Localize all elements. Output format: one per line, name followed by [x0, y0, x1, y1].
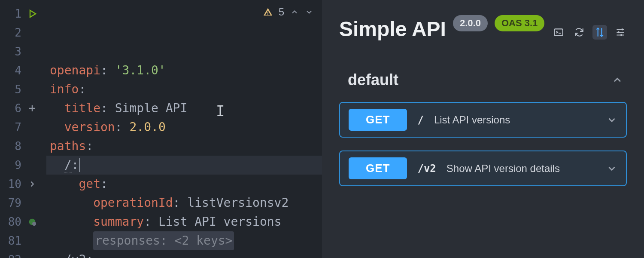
chevron-down-icon[interactable]: [606, 114, 617, 126]
line-number: 4: [0, 64, 21, 77]
code-line[interactable]: version: 2.0.0: [46, 118, 325, 137]
code-line[interactable]: /:: [46, 156, 325, 175]
sync-scroll-icon[interactable]: [592, 25, 607, 40]
svg-point-4: [618, 31, 620, 33]
settings-icon[interactable]: [613, 25, 628, 40]
chevron-down-icon[interactable]: [606, 163, 617, 174]
section-header[interactable]: default: [339, 71, 627, 102]
code-editor[interactable]: 5 1234567891079808182 I openapi: '3.1.0'…: [0, 0, 322, 258]
gutter-row: 79: [0, 194, 46, 212]
version-badge: 2.0.0: [453, 15, 488, 31]
code-line[interactable]: summary: List API versions: [46, 212, 325, 231]
warning-icon[interactable]: [263, 7, 273, 17]
editor-gutter: 1234567891079808182: [0, 0, 46, 258]
line-number: 79: [0, 197, 21, 209]
line-number: 1: [0, 7, 21, 20]
line-number: 2: [0, 26, 21, 39]
operation-row[interactable]: GET/List API versions: [339, 102, 627, 138]
method-badge: GET: [349, 157, 407, 179]
method-badge: GET: [349, 109, 407, 131]
chev-icon[interactable]: [26, 179, 39, 189]
code-line[interactable]: responses: <2 keys>: [46, 231, 325, 250]
operations-section: default GET/List API versionsGET/v2Show …: [339, 71, 627, 186]
svg-rect-2: [554, 29, 563, 35]
line-number: 6: [0, 102, 21, 115]
operation-summary: Show API version details: [447, 163, 596, 175]
svg-point-5: [620, 34, 622, 36]
code-line[interactable]: /v2:: [46, 250, 325, 258]
code-line[interactable]: openapi: '3.1.0': [46, 61, 325, 80]
operation-path: /v2: [417, 163, 436, 175]
svg-point-3: [621, 28, 623, 30]
chevron-up-icon[interactable]: [611, 74, 623, 86]
operation-path: /: [417, 114, 423, 126]
gutter-row: 4: [0, 61, 46, 80]
api-title: Simple API: [339, 17, 446, 41]
gutter-row: 5: [0, 80, 46, 99]
gutter-row: 82: [0, 250, 46, 258]
line-number: 3: [0, 45, 21, 58]
line-number: 5: [0, 83, 21, 96]
code-line[interactable]: paths:: [46, 137, 325, 156]
code-line[interactable]: title: Simple API: [46, 99, 325, 118]
gutter-row: 6: [0, 99, 46, 118]
gutter-row: 7: [0, 118, 46, 137]
operation-summary: List API versions: [434, 114, 596, 126]
editor-code-area[interactable]: I openapi: '3.1.0'info: title: Simple AP…: [46, 0, 325, 258]
gutter-row: 3: [0, 42, 46, 61]
oas-badge: OAS 3.1: [495, 15, 544, 31]
line-number: 80: [0, 215, 21, 228]
console-icon[interactable]: [551, 25, 566, 40]
gutter-row: 8: [0, 137, 46, 156]
line-number: 8: [0, 140, 21, 153]
code-line[interactable]: operationId: listVersionsv2: [46, 194, 325, 212]
gutter-row: 2: [0, 23, 46, 42]
next-problem-icon[interactable]: [305, 8, 313, 16]
plus-icon[interactable]: [26, 103, 39, 114]
line-number: 81: [0, 234, 21, 247]
line-number: 9: [0, 159, 21, 172]
preview-toolbar: [551, 25, 628, 40]
refresh-icon[interactable]: [572, 25, 586, 40]
code-line[interactable]: get:: [46, 175, 325, 194]
sync-icon[interactable]: [26, 217, 39, 227]
gutter-row: 80: [0, 212, 46, 231]
warning-count[interactable]: 5: [279, 6, 284, 18]
gutter-row: 1: [0, 4, 46, 23]
prev-problem-icon[interactable]: [290, 8, 299, 16]
editor-status-bar: 5: [263, 6, 313, 18]
line-number: 82: [0, 253, 21, 258]
run-icon[interactable]: [26, 9, 39, 19]
swagger-preview: Simple API 2.0.0 OAS 3.1 default GET/Lis…: [322, 0, 644, 258]
line-number: 10: [0, 178, 21, 190]
gutter-row: 10: [0, 175, 46, 194]
gutter-row: 9: [0, 156, 46, 175]
line-number: 7: [0, 121, 21, 134]
svg-point-1: [32, 222, 36, 226]
section-title: default: [348, 71, 398, 89]
code-line[interactable]: info:: [46, 80, 325, 99]
operation-row[interactable]: GET/v2Show API version details: [339, 150, 627, 186]
gutter-row: 81: [0, 231, 46, 250]
